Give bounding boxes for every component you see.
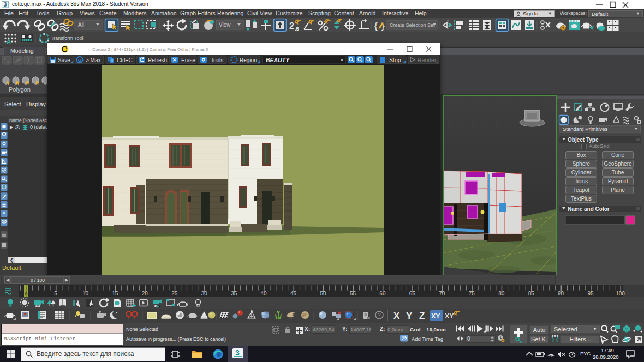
svg-text:Y: Y [406, 311, 413, 321]
svg-text:Ctrl+C: Ctrl+C [117, 57, 133, 63]
svg-text:75: 75 [469, 291, 475, 297]
svg-text:100: 100 [616, 291, 625, 297]
svg-text:55: 55 [350, 291, 356, 297]
svg-text:85: 85 [528, 291, 535, 297]
svg-text:50: 50 [320, 291, 326, 297]
svg-text:X: X [393, 311, 400, 321]
svg-text:View: View [219, 22, 231, 28]
svg-text:Region: Region [240, 57, 257, 63]
svg-text:.5: .5 [295, 26, 299, 32]
svg-text:BEAUTY: BEAUTY [266, 57, 290, 63]
svg-text:15: 15 [112, 291, 118, 297]
svg-text:65: 65 [409, 291, 416, 297]
svg-text:Render: Render [418, 57, 437, 63]
svg-text:40: 40 [261, 291, 267, 297]
svg-text:Erase: Erase [181, 57, 196, 63]
svg-text:0: 0 [25, 291, 27, 297]
svg-text:20: 20 [142, 291, 148, 297]
svg-text:0.3: 0.3 [302, 315, 306, 318]
svg-text:Tools: Tools [211, 57, 223, 63]
svg-text:XY: XY [445, 312, 454, 320]
svg-text:G: G [78, 58, 81, 63]
svg-text:Stop: Stop [389, 57, 401, 63]
svg-text:30: 30 [201, 291, 208, 297]
svg-text:Standard Primitives: Standard Primitives [563, 126, 608, 132]
svg-text:A: A [7, 38, 11, 45]
svg-text:> Max: > Max [86, 57, 101, 63]
svg-text:35: 35 [231, 291, 237, 297]
svg-text:25: 25 [171, 291, 178, 297]
svg-text:95: 95 [587, 291, 594, 297]
svg-text:Save: Save [58, 57, 70, 63]
svg-text:60: 60 [379, 291, 386, 297]
svg-text:Name and Color: Name and Color [568, 206, 610, 212]
svg-text:Refresh: Refresh [148, 57, 167, 63]
svg-text:70: 70 [439, 291, 445, 297]
svg-text:90: 90 [558, 291, 564, 297]
svg-text:All: All [78, 22, 84, 28]
svg-text:10: 10 [82, 291, 89, 297]
svg-text:45: 45 [290, 291, 297, 297]
svg-text:XY: XY [431, 312, 440, 320]
svg-text:Z: Z [419, 311, 425, 321]
svg-text:5: 5 [54, 291, 57, 297]
svg-text:80: 80 [498, 291, 505, 297]
svg-text:?: ? [378, 312, 381, 318]
svg-text:Create Selection Set: Create Selection Set [390, 22, 435, 28]
svg-text:2: 2 [289, 21, 294, 31]
svg-text:HF: HF [289, 316, 293, 319]
svg-text:{: { [374, 21, 378, 31]
svg-text:Object Type: Object Type [568, 137, 599, 143]
